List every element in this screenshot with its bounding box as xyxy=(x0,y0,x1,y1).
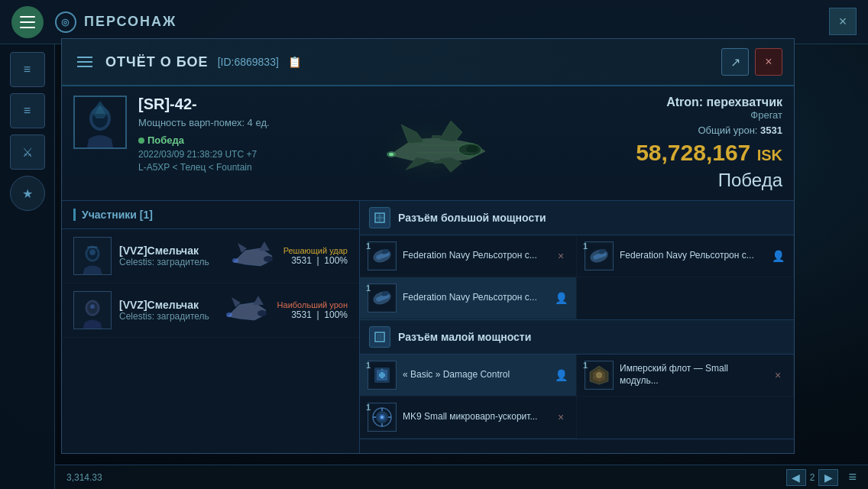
status-bar: 3,314.33 ◀ 2 ▶ ≡ xyxy=(55,465,868,489)
svg-point-25 xyxy=(257,310,267,316)
ship-name: Atron: перехватчик xyxy=(599,96,782,109)
info-panel: [SR]-42- Мощность варп-помех: 4 ед. Побе… xyxy=(62,86,794,201)
participants-panel: Участники [1] [VVZ]Смельчак Cel xyxy=(62,201,360,453)
svg-point-24 xyxy=(90,304,95,309)
participant-1-stats: Решающий удар 3531 | 100% xyxy=(283,246,348,266)
low-slot-header: Разъём малой мощности xyxy=(360,320,794,355)
modal-header: ОТЧЁТ О БОЕ [ID:6869833] 📋 ↗ × xyxy=(62,39,794,86)
basic-dc-details: « Basic » Damage Control xyxy=(403,369,547,381)
isk-amount: 58,728,167 ISK xyxy=(599,140,782,166)
modal-close-button[interactable]: × xyxy=(755,48,782,76)
filter-button[interactable]: ≡ xyxy=(848,469,857,485)
basic-dc-person-button[interactable]: 👤 xyxy=(553,368,568,383)
ship-image xyxy=(321,90,535,212)
export-button[interactable]: ↗ xyxy=(721,48,749,76)
right-panel: Atron: перехватчик Фрегат Общий урон: 35… xyxy=(599,96,782,191)
svg-point-7 xyxy=(466,145,478,153)
svg-rect-13 xyxy=(434,160,443,164)
mk9-module-remove-button[interactable]: × xyxy=(553,410,568,425)
svg-point-26 xyxy=(226,313,232,317)
svg-point-20 xyxy=(232,258,238,263)
svg-rect-18 xyxy=(87,247,97,248)
imperial-module-icon xyxy=(585,361,614,390)
svg-point-9 xyxy=(389,153,394,156)
modal-menu-button[interactable] xyxy=(73,50,96,73)
module-0-details: Federation Navy Рельсотрон с... xyxy=(403,250,547,262)
modal-id: [ID:6869833] xyxy=(218,56,279,68)
participant-1-ship-img xyxy=(230,237,276,275)
module-0-icon xyxy=(368,241,397,270)
svg-rect-12 xyxy=(432,135,441,138)
sidebar-icon-menu[interactable]: ≡ xyxy=(10,52,45,87)
modules-panel: Разъём большой мощности 1 xyxy=(360,201,794,453)
result-text: Победа xyxy=(599,170,782,191)
sidebar-icon-combat[interactable]: ⚔ xyxy=(10,134,45,170)
ship-type: Фрегат xyxy=(599,109,782,121)
badge-dot xyxy=(138,138,144,144)
badge-text: Победа xyxy=(147,134,184,146)
participant-2-ship-img xyxy=(224,291,270,329)
copy-icon[interactable]: 📋 xyxy=(288,56,301,68)
sidebar: ≡ ≡ ⚔ ★ xyxy=(0,44,55,489)
prev-page-button[interactable]: ◀ xyxy=(786,469,806,486)
svg-point-19 xyxy=(264,256,273,262)
module-2-details: Federation Navy Рельсотрон с... xyxy=(403,292,547,304)
app-close-button[interactable]: × xyxy=(829,8,857,35)
app-logo-icon: ◎ xyxy=(55,11,76,33)
svg-point-63 xyxy=(381,416,384,419)
svg-point-17 xyxy=(89,249,96,255)
low-slot-title: Разъём малой мощности xyxy=(398,331,531,343)
module-item[interactable]: 1 Federation Navy Рельсотрон с... xyxy=(360,235,577,277)
low-slot-icon xyxy=(369,326,390,348)
main-menu-button[interactable] xyxy=(11,6,44,38)
damage-label: Общий урон: 3531 xyxy=(599,125,782,136)
content-area: Участники [1] [VVZ]Смельчак Cel xyxy=(62,201,794,453)
victory-badge: Победа xyxy=(138,134,184,146)
participant-row[interactable]: [VVZ]Смельчак Celestis: заградитель Реша… xyxy=(62,229,359,283)
pilot-avatar xyxy=(73,96,127,149)
high-slot-title: Разъём большой мощности xyxy=(398,212,546,224)
participant-row[interactable]: [VVZ]Смельчак Celestis: заградитель Наиб… xyxy=(62,283,359,338)
participant-2-stats: Наибольший урон 3531 | 100% xyxy=(277,300,348,320)
module-1-details: Federation Navy Рельсотрон с... xyxy=(620,250,764,262)
imperial-module-details: Имперский флот — Small модуль... xyxy=(620,363,764,387)
low-slot-section: Разъём малой мощности 1 xyxy=(360,320,794,439)
participant-2-info: [VVZ]Смельчак Celestis: заградитель xyxy=(119,299,216,322)
module-2-person-button[interactable]: 👤 xyxy=(553,290,568,306)
basic-dc-icon xyxy=(368,361,397,390)
sidebar-icon-submenu[interactable]: ≡ xyxy=(10,93,45,128)
modal-title: ОТЧЁТ О БОЕ xyxy=(105,54,209,70)
module-item[interactable]: 1 Federation Navy Рельсотрон с... xyxy=(360,277,577,319)
module-1-icon xyxy=(585,241,614,270)
low-slot-modules: 1 « Basic » Damage Control xyxy=(360,355,794,439)
imperial-module-remove-button[interactable]: × xyxy=(770,368,785,383)
next-page-button[interactable]: ▶ xyxy=(818,469,838,486)
participant-2-avatar xyxy=(73,291,112,329)
status-damage: 3,314.33 xyxy=(66,472,102,483)
participant-1-avatar xyxy=(73,237,112,275)
mk9-module-details: MK9 Small микроварп-ускорит... xyxy=(403,411,547,423)
nav-controls: ◀ 2 ▶ ≡ xyxy=(786,469,857,486)
module-1-person-button[interactable]: 👤 xyxy=(770,248,785,264)
module-item[interactable]: 1 « Basic » Damage Control xyxy=(360,355,577,397)
app-title: ПЕРСОНАЖ xyxy=(84,14,177,30)
module-2-icon xyxy=(368,283,397,313)
battle-report-modal: ОТЧЁТ О БОЕ [ID:6869833] 📋 ↗ × [SR]-42 xyxy=(61,38,795,454)
mk9-module-icon xyxy=(368,403,397,432)
modal-actions: ↗ × xyxy=(721,48,782,76)
participant-1-info: [VVZ]Смельчак Celestis: заградитель xyxy=(119,244,222,267)
module-item[interactable]: 1 Federation Navy Рельсотрон с... xyxy=(577,235,794,277)
module-item[interactable]: 1 xyxy=(577,355,794,397)
app-title-area: ◎ ПЕРСОНАЖ xyxy=(55,11,177,33)
high-slot-modules: 1 Federation Navy Рельсотрон с... xyxy=(360,235,794,319)
module-item[interactable]: 1 xyxy=(360,397,577,439)
module-0-remove-button[interactable]: × xyxy=(553,248,568,264)
sidebar-icon-star[interactable]: ★ xyxy=(10,176,45,211)
high-slot-section: Разъём большой мощности 1 xyxy=(360,201,794,320)
svg-rect-44 xyxy=(377,334,383,340)
participants-header: Участники [1] xyxy=(62,201,359,229)
